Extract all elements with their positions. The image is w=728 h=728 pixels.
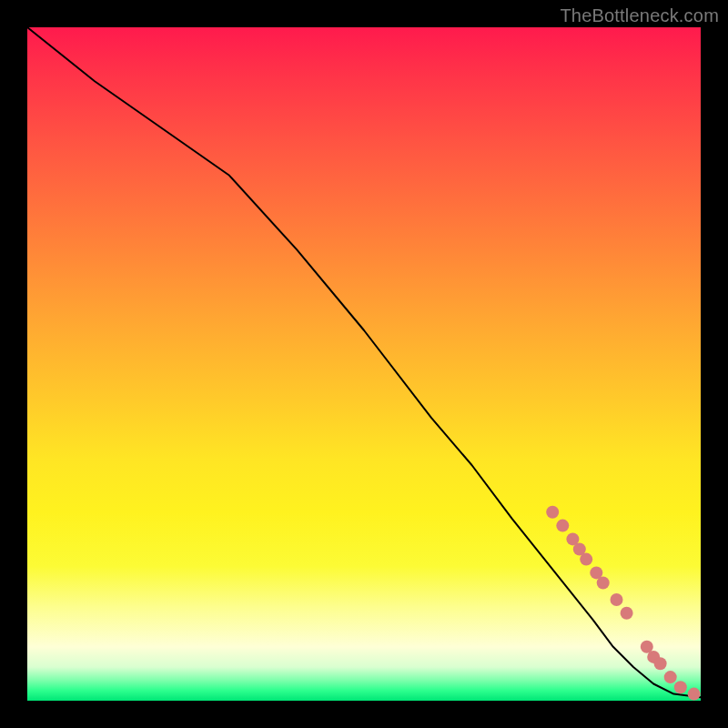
segment-marker (580, 553, 592, 566)
plot-area (27, 27, 701, 701)
segment-marker (688, 688, 701, 701)
segment-marker (556, 520, 569, 532)
segment-marker (664, 671, 677, 683)
segment-marker (674, 681, 687, 693)
chart-frame: TheBottleneck.com (0, 0, 728, 728)
segment-marker (621, 607, 633, 620)
segment-marker (611, 593, 623, 606)
segment-marker (597, 577, 610, 590)
chart-overlay (27, 27, 701, 701)
segment-marker (546, 506, 559, 519)
attribution-text: TheBottleneck.com (560, 5, 719, 26)
segment-markers (546, 506, 701, 701)
curve-line (27, 27, 701, 697)
segment-marker (654, 657, 667, 670)
